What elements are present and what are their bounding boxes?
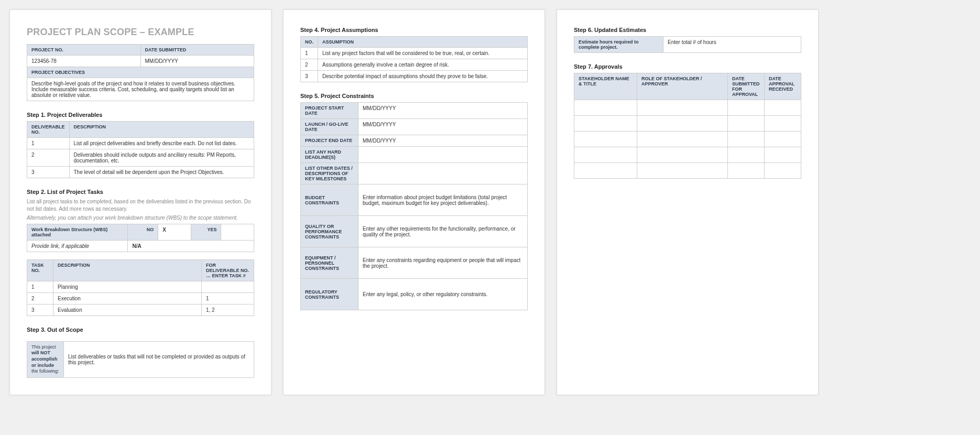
project-objectives-header: PROJECT OBJECTIVES (27, 67, 254, 78)
step1-header-desc: DESCRIPTION (69, 122, 254, 138)
task-header-desc: DESCRIPTION (53, 259, 202, 281)
step5-launch-value: MM/DD/YYYY (358, 119, 528, 135)
step5-other-label: LIST OTHER DATES / DESCRIPTIONS OF KEY M… (301, 163, 358, 184)
step2-sub1: List all project tasks to be completed, … (27, 198, 254, 212)
step5-quality-label: QUALITY OR PERFORMANCE CONSTRAINTS (301, 216, 358, 247)
step5-start-value: MM/DD/YYYY (358, 103, 528, 119)
cell-no: 3 (27, 304, 53, 316)
table-row: 1 Planning (27, 281, 254, 292)
step5-hard-label: LIST ANY HARD DEADLINE(S) (301, 147, 358, 163)
project-no-value: 123456-78 (27, 56, 141, 67)
step7-header-date-received: DATE APPROVAL RECEIVED (765, 73, 801, 100)
step5-reg-label: REGULATORY CONSTRAINTS (301, 279, 358, 310)
step6-title: Step 6. Updated Estimates (574, 27, 801, 33)
wbs-yes-label: YES (191, 224, 221, 240)
cell-text: List any project factors that will be co… (318, 48, 528, 59)
pages-container: PROJECT PLAN SCOPE – EXAMPLE PROJECT NO.… (9, 9, 971, 395)
table-row: 2 Assumptions generally involve a certai… (301, 59, 528, 71)
step5-hard-value (358, 147, 528, 163)
step5-launch-label: LAUNCH / GO-LIVE DATE (301, 119, 358, 135)
project-no-header: PROJECT NO. (27, 45, 141, 56)
step5-budget-value: Enter information about project budget l… (358, 184, 528, 216)
task-table: TASK NO. DESCRIPTION FOR DELIVERABLE NO.… (27, 259, 254, 316)
step7-header-name: STAKEHOLDER NAME & TITLE (574, 73, 637, 100)
table-row: 1 List any project factors that will be … (301, 48, 528, 59)
task-header-no: TASK NO. (27, 259, 53, 281)
page-1: PROJECT PLAN SCOPE – EXAMPLE PROJECT NO.… (9, 9, 271, 395)
step2-title: Step 2. List of Project Tasks (27, 189, 254, 195)
out-of-scope-table: This project will NOT accomplish or incl… (27, 341, 254, 378)
cell-no: 2 (27, 149, 70, 167)
wbs-no-label: NO (128, 224, 158, 240)
step4-header-no: NO. (301, 37, 318, 48)
date-submitted-header: DATE SUBMITTED (140, 45, 254, 56)
cell-no: 3 (27, 167, 70, 178)
out-of-scope-label: This project will NOT accomplish or incl… (27, 341, 64, 377)
table-row (574, 100, 801, 116)
step4-table: NO. ASSUMPTION 1 List any project factor… (300, 36, 528, 82)
step5-table: PROJECT START DATE MM/DD/YYYY LAUNCH / G… (300, 102, 528, 310)
step4-header-assumption: ASSUMPTION (318, 37, 528, 48)
table-row: 2 Execution 1 (27, 292, 254, 304)
step5-quality-value: Enter any other requirements for the fun… (358, 216, 528, 247)
table-row: 3 The level of detail will be dependent … (27, 167, 254, 178)
table-row: 3 Evaluation 1, 2 (27, 304, 254, 316)
step5-equip-label: EQUIPMENT / PERSONNEL CONSTRAINTS (301, 247, 358, 279)
step1-table: DELIVERABLE NO. DESCRIPTION 1 List all p… (27, 121, 254, 178)
step5-other-value (358, 163, 528, 184)
page-3: Step 6. Updated Estimates Estimate hours… (557, 9, 819, 395)
cell-no: 2 (27, 292, 53, 304)
step7-title: Step 7. Approvals (574, 63, 801, 70)
page-2: Step 4. Project Assumptions NO. ASSUMPTI… (283, 9, 545, 395)
cell-desc: Evaluation (53, 304, 202, 316)
cell-no: 1 (27, 138, 70, 149)
step1-title: Step 1. Project Deliverables (27, 112, 254, 118)
table-row: 3 Describe potential impact of assumptio… (301, 71, 528, 82)
table-row: 1 List all project deliverables and brie… (27, 138, 254, 149)
cell-no: 1 (27, 281, 53, 292)
task-header-deliv: FOR DELIVERABLE NO. … ENTER TASK # (202, 259, 254, 281)
step3-title: Step 3. Out of Scope (27, 327, 254, 333)
table-row (574, 132, 801, 147)
cell-desc: Planning (53, 281, 202, 292)
step5-title: Step 5. Project Constraints (300, 93, 528, 99)
wbs-provide-link-label: Provide link, if applicable (27, 240, 128, 252)
cell-no: 2 (301, 59, 318, 71)
cell-deliv: 1 (202, 292, 254, 304)
step5-reg-value: Enter any legal, policy, or other regula… (358, 279, 528, 310)
step2-sub2: Alternatively, you can attach your work … (27, 214, 254, 222)
cell-desc: The level of detail will be dependent up… (69, 167, 254, 178)
out-of-scope-text: List deliverables or tasks that will not… (64, 341, 254, 377)
step4-title: Step 4. Project Assumptions (300, 27, 528, 33)
project-info-table: PROJECT NO. DATE SUBMITTED 123456-78 MM/… (27, 44, 254, 101)
step5-end-label: PROJECT END DATE (301, 135, 358, 147)
wbs-yes-value (221, 224, 254, 240)
step1-header-no: DELIVERABLE NO. (27, 122, 70, 138)
table-row (574, 147, 801, 163)
table-row: 2 Deliverables should include outputs an… (27, 149, 254, 167)
step7-header-date-submitted: DATE SUBMITTED FOR APPROVAL (728, 73, 765, 100)
table-row (574, 163, 801, 179)
cell-no: 1 (301, 48, 318, 59)
step5-budget-label: BUDGET CONSTRAINTS (301, 184, 358, 216)
step5-start-label: PROJECT START DATE (301, 103, 358, 119)
date-submitted-value: MM/DD/YYYY (140, 56, 254, 67)
wbs-na-value: N/A (128, 240, 254, 252)
cell-deliv: 1, 2 (202, 304, 254, 316)
project-objectives-text: Describe high-level goals of the project… (27, 78, 254, 101)
step6-table: Estimate hours required to complete proj… (574, 36, 801, 53)
step7-table: STAKEHOLDER NAME & TITLE ROLE OF STAKEHO… (574, 73, 801, 179)
step7-header-role: ROLE OF STAKEHOLDER / APPROVER (637, 73, 728, 100)
cell-text: Assumptions generally involve a certain … (318, 59, 528, 71)
cell-deliv (202, 281, 254, 292)
cell-text: Describe potential impact of assumptions… (318, 71, 528, 82)
wbs-no-value: X (158, 224, 191, 240)
cell-desc: List all project deliverables and briefl… (69, 138, 254, 149)
cell-desc: Deliverables should include outputs and … (69, 149, 254, 167)
wbs-table: Work Breakdown Structure (WBS) attached … (27, 224, 254, 252)
step6-label: Estimate hours required to complete proj… (574, 37, 663, 53)
step5-equip-value: Enter any constraints regarding equipmen… (358, 247, 528, 279)
table-row (574, 116, 801, 132)
document-title: PROJECT PLAN SCOPE – EXAMPLE (27, 27, 254, 38)
step5-end-value: MM/DD/YYYY (358, 135, 528, 147)
